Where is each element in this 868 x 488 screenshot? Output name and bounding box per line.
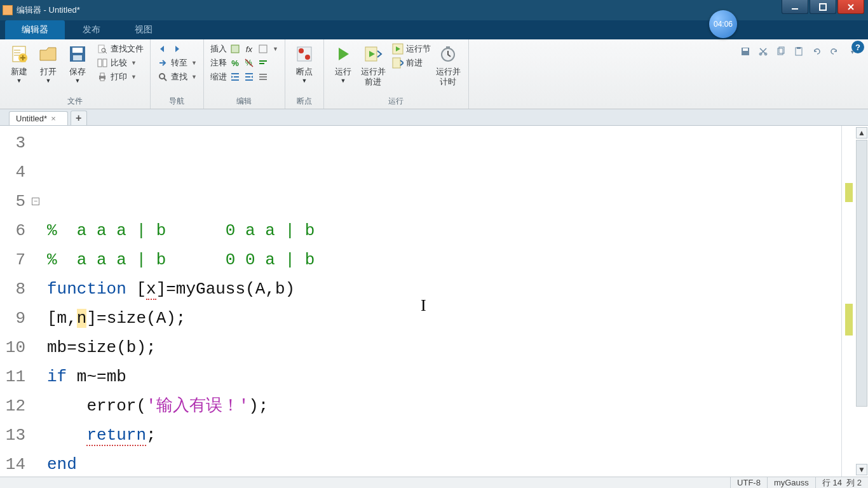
chevron-down-icon: ▼: [17, 78, 22, 84]
change-strip: [843, 126, 853, 477]
minimize-icon: [791, 3, 799, 11]
qat-cut[interactable]: [756, 44, 770, 58]
arrow-right-icon: [171, 43, 182, 55]
scroll-thumb[interactable]: [856, 140, 867, 407]
compare-button[interactable]: 比较 ▼: [95, 56, 145, 70]
maximize-button[interactable]: [810, 0, 836, 14]
document-tab[interactable]: Untitled* ×: [9, 111, 68, 125]
find-files-icon: [97, 43, 108, 55]
new-button[interactable]: 新建 ▼: [5, 42, 33, 85]
breakpoint-icon: [294, 43, 315, 65]
code-line[interactable]: error('输入有误！');: [47, 391, 841, 421]
tab-editor[interactable]: 编辑器: [5, 20, 65, 39]
run-button[interactable]: 运行 ▼: [329, 42, 357, 85]
goto-button[interactable]: 转至 ▼: [156, 56, 198, 70]
fold-toggle[interactable]: −: [32, 198, 47, 205]
fx-icon: fx: [243, 43, 255, 55]
print-icon: [97, 71, 108, 83]
svg-rect-18: [103, 59, 107, 67]
save-button[interactable]: 保存 ▼: [64, 42, 92, 85]
status-encoding: UTF-8: [730, 477, 767, 488]
group-edit: 插入 fx ▼ 注释 % % 缩进: [204, 39, 285, 109]
print-button[interactable]: 打印 ▼: [95, 70, 145, 84]
open-button[interactable]: 打开 ▼: [34, 42, 62, 85]
code-line[interactable]: end: [47, 450, 841, 479]
group-nav: 转至 ▼ 查找 ▼ 导航: [151, 39, 204, 109]
qat-more[interactable]: ▾: [845, 44, 859, 58]
svg-rect-13: [72, 48, 83, 53]
svg-rect-17: [98, 59, 102, 67]
scissors-icon: [758, 46, 768, 57]
insert-button[interactable]: 插入 fx ▼: [209, 42, 280, 56]
group-file: 新建 ▼ 打开 ▼ 保存 ▼ 查找文件: [0, 39, 151, 109]
tab-publish[interactable]: 发布: [66, 20, 117, 39]
qat-redo[interactable]: [827, 44, 841, 58]
app-icon: [3, 5, 13, 15]
code-area[interactable]: I % a a a | b 0 a a | b% a a a | b 0 0 a…: [47, 126, 841, 477]
run-time-button[interactable]: 运行并 计时: [433, 42, 463, 88]
svg-point-22: [159, 74, 165, 79]
code-line[interactable]: % a a a | b 0 a a | b: [47, 216, 841, 245]
document-tab-label: Untitled*: [16, 114, 47, 123]
qat-undo[interactable]: [810, 44, 824, 58]
code-line[interactable]: % a a a | b 0 0 a | b: [47, 245, 841, 274]
svg-rect-9: [797, 47, 801, 49]
code-line[interactable]: [m,n]=size(A);: [47, 304, 841, 333]
gutter: 34567891011121314: [0, 126, 32, 477]
minimize-button[interactable]: [782, 0, 808, 14]
outdent-icon: [243, 71, 255, 83]
undo-icon: [811, 46, 822, 57]
code-line[interactable]: return;: [47, 421, 841, 450]
run-advance-icon: [362, 43, 384, 65]
breakpoints-button[interactable]: 断点 ▼: [290, 42, 318, 85]
run-section-icon: [392, 43, 403, 55]
status-function: myGauss: [767, 477, 815, 488]
svg-rect-35: [446, 46, 450, 48]
svg-rect-33: [393, 58, 400, 68]
find-files-button[interactable]: 查找文件: [95, 42, 145, 56]
run-advance-button[interactable]: 运行并 前进: [358, 42, 388, 88]
code-line[interactable]: if m~=mb: [47, 362, 841, 391]
advance-icon: [392, 57, 403, 69]
tab-add-button[interactable]: +: [71, 111, 87, 125]
tab-close-icon[interactable]: ×: [51, 114, 56, 123]
group-run: 运行 ▼ 运行并 前进 运行节 前进 运行并 计时: [324, 39, 469, 109]
chevron-down-icon: ▼: [191, 60, 197, 66]
time-overlay: 04:06: [709, 10, 737, 38]
qat-copy[interactable]: [774, 44, 788, 58]
find-button[interactable]: 查找 ▼: [156, 70, 198, 84]
tab-view[interactable]: 视图: [118, 20, 169, 39]
clock-icon: [437, 43, 459, 65]
maximize-icon: [819, 3, 827, 11]
ribbon-tabstrip: 编辑器 发布 视图 ▾: [0, 20, 868, 39]
close-button[interactable]: [837, 0, 864, 14]
chevron-down-icon: ▼: [131, 60, 137, 66]
run-section-button[interactable]: 运行节: [391, 42, 432, 56]
qat-paste[interactable]: [792, 44, 806, 58]
code-line[interactable]: mb=size(b);: [47, 333, 841, 362]
scroll-down-button[interactable]: ▼: [856, 464, 867, 475]
code-line[interactable]: function [x]=myGauss(A,b): [47, 274, 841, 304]
nav-back-forward[interactable]: [156, 42, 198, 56]
comment-button[interactable]: 注释 % %: [209, 56, 280, 70]
svg-rect-26: [259, 60, 267, 62]
svg-rect-3: [743, 48, 748, 51]
chevron-down-icon: ▼: [191, 74, 197, 80]
window-controls: [780, 0, 864, 17]
new-file-icon: [8, 43, 30, 65]
compare-icon: [97, 57, 108, 69]
group-breakpoints: 断点 ▼ 断点: [285, 39, 324, 109]
svg-rect-21: [100, 78, 104, 81]
percent-icon: %: [229, 57, 241, 69]
code-editor[interactable]: 34567891011121314 − I % a a a | b 0 a a …: [0, 126, 868, 477]
scroll-up-button[interactable]: ▲: [856, 127, 867, 139]
chevron-down-icon: ▼: [131, 74, 137, 80]
indent-icon: [229, 71, 241, 83]
smart-indent-icon: [257, 71, 269, 83]
indent-button[interactable]: 缩进: [209, 70, 280, 84]
document-tabstrip: Untitled* × +: [0, 109, 868, 126]
advance-button[interactable]: 前进: [391, 56, 432, 70]
goto-icon: [157, 57, 168, 69]
qat-save[interactable]: [738, 44, 752, 58]
chevron-down-icon: ▼: [75, 78, 81, 84]
